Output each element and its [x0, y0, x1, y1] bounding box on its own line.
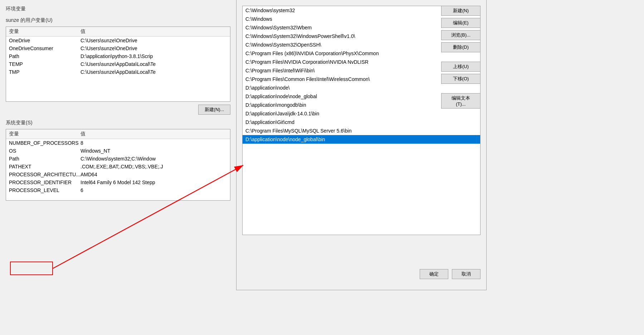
path-cancel-button[interactable]: 取消: [452, 269, 480, 279]
path-browse-button[interactable]: 浏览(B)...: [441, 30, 480, 40]
path-dialog-bottom-buttons: 确定 取消: [420, 269, 480, 279]
env-dialog-title: 环境变量: [6, 6, 230, 12]
user-row-var: TMP: [9, 69, 80, 75]
user-row-var: OneDriveConsumer: [9, 46, 80, 51]
path-list-item[interactable]: D:\application\Git\cmd: [243, 118, 480, 126]
path-edit-dialog: C:\Windows\system32C:\WindowsC:\Windows\…: [236, 0, 487, 290]
sys-row-val: 8: [80, 140, 227, 146]
path-list-item[interactable]: D:\application\node\node_global\bin: [243, 135, 480, 144]
user-row-val: C:\Users\sunze\AppData\Local\Te: [80, 61, 227, 67]
path-edit-button[interactable]: 编辑(E): [441, 18, 480, 28]
sys-table-row[interactable]: PROCESSOR_ARCHITECTU...AMD64: [6, 171, 230, 178]
user-table-row[interactable]: OneDriveC:\Users\sunze\OneDrive: [6, 37, 230, 44]
path-list-item[interactable]: C:\Program Files\MySQL\MySQL Server 5.6\…: [243, 126, 480, 135]
user-row-var: TEMP: [9, 61, 80, 67]
sys-table-row[interactable]: PROCESSOR_IDENTIFIERIntel64 Family 6 Mod…: [6, 178, 230, 186]
path-move-down-button[interactable]: 下移(O): [441, 74, 480, 84]
sys-row-var: PROCESSOR_ARCHITECTU...: [9, 172, 80, 177]
path-delete-button[interactable]: 删除(D): [441, 42, 480, 52]
sys-row-var: PROCESSOR_LEVEL: [9, 187, 80, 193]
sys-table-row[interactable]: NUMBER_OF_PROCESSORS8: [6, 139, 230, 147]
sys-row-var: PROCESSOR_IDENTIFIER: [9, 180, 80, 185]
user-table-header: 变量 值: [6, 27, 230, 37]
user-table-row[interactable]: TEMPC:\Users\sunze\AppData\Local\Te: [6, 60, 230, 68]
sys-table-header: 变量 值: [6, 129, 230, 139]
user-new-button[interactable]: 新建(N)...: [198, 105, 230, 115]
sys-row-val: AMD64: [80, 172, 227, 177]
sys-row-val: .COM;.EXE;.BAT;.CMD;.VBS;.VBE;.J: [80, 164, 227, 169]
sys-table-row[interactable]: OSWindows_NT: [6, 147, 230, 155]
user-row-val: C:\Users\sunze\OneDrive: [80, 46, 227, 51]
user-table-row[interactable]: OneDriveConsumerC:\Users\sunze\OneDrive: [6, 44, 230, 52]
path-new-button[interactable]: 新建(N): [441, 6, 480, 16]
sys-table-row[interactable]: PathC:\Windows\system32;C:\Window: [6, 155, 230, 163]
sys-table-row[interactable]: PATHEXT.COM;.EXE;.BAT;.CMD;.VBS;.VBE;.J: [6, 163, 230, 171]
path-list-item[interactable]: D:\application\Java\jdk-14.0.1\bin: [243, 109, 480, 118]
user-row-val: C:\Users\sunze\OneDrive: [80, 38, 227, 43]
user-row-var: OneDrive: [9, 38, 80, 43]
path-edit-text-button[interactable]: 编辑文本(T)...: [441, 93, 480, 109]
sys-row-var: PATHEXT: [9, 164, 80, 169]
user-new-button-row: 新建(N)...: [6, 105, 230, 115]
sys-header-var: 变量: [9, 131, 80, 137]
user-row-var: Path: [9, 53, 80, 59]
user-header-val: 值: [80, 28, 227, 35]
user-row-val: C:\Users\sunze\AppData\Local\Te: [80, 69, 227, 75]
path-move-up-button[interactable]: 上移(U): [441, 62, 480, 72]
user-row-val: D:\application\python-3.8.1\Scrip: [80, 53, 227, 59]
sys-header-val: 值: [80, 131, 227, 137]
path-action-buttons: 新建(N) 编辑(E) 浏览(B)... 删除(D) 上移(U) 下移(O) 编…: [441, 6, 480, 109]
sys-section-label: 系统变量(S): [6, 120, 230, 126]
user-header-var: 变量: [9, 28, 80, 35]
sys-row-var: Path: [9, 156, 80, 162]
user-table-row[interactable]: PathD:\application\python-3.8.1\Scrip: [6, 52, 230, 60]
sys-row-val: 6: [80, 187, 227, 193]
sys-row-val: C:\Windows\system32;C:\Window: [80, 156, 227, 162]
env-dialog: 环境变量 sunze 的用户变量(U) 变量 值 OneDriveC:\User…: [0, 0, 236, 335]
sys-variables-table[interactable]: 变量 值 NUMBER_OF_PROCESSORS8OSWindows_NTPa…: [6, 129, 230, 201]
sys-table-row[interactable]: PROCESSOR_LEVEL6: [6, 186, 230, 194]
path-confirm-button[interactable]: 确定: [420, 269, 448, 279]
user-section-label: sunze 的用户变量(U): [6, 17, 230, 24]
sys-row-var: NUMBER_OF_PROCESSORS: [9, 140, 80, 146]
sys-row-val: Intel64 Family 6 Model 142 Stepp: [80, 180, 227, 185]
user-table-row[interactable]: TMPC:\Users\sunze\AppData\Local\Te: [6, 68, 230, 76]
user-variables-table[interactable]: 变量 值 OneDriveC:\Users\sunze\OneDriveOneD…: [6, 27, 230, 102]
sys-row-val: Windows_NT: [80, 148, 227, 154]
sys-row-var: OS: [9, 148, 80, 154]
